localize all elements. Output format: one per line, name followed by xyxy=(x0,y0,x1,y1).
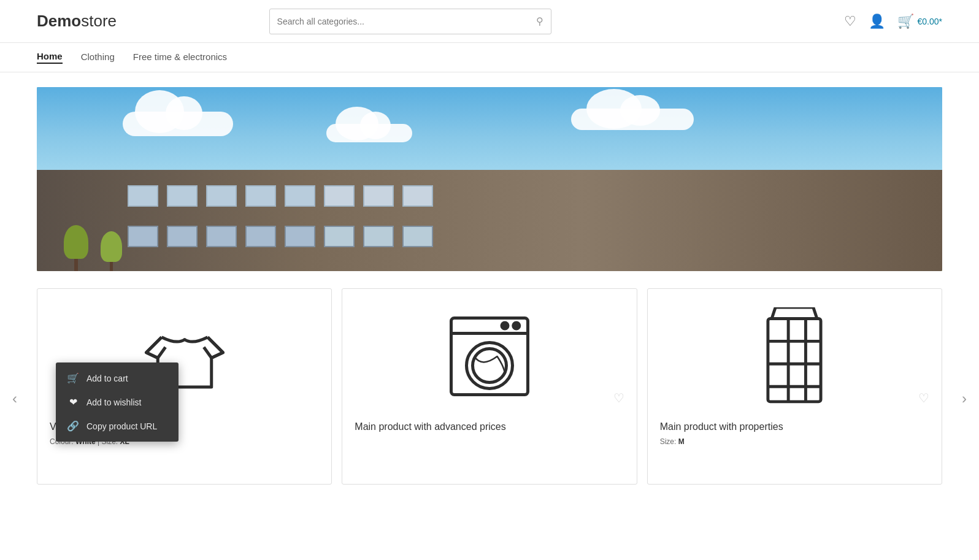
meta-value-size-3: M xyxy=(678,437,685,446)
context-menu-copy-url-label: Copy product URL xyxy=(86,421,157,431)
product-name-2: Main product with advanced prices xyxy=(355,421,624,432)
window xyxy=(128,226,158,247)
chocolate-icon xyxy=(754,307,834,405)
windows-row-2 xyxy=(128,226,433,247)
hero-building xyxy=(37,170,942,271)
link-menu-icon: 🔗 xyxy=(67,420,79,432)
window xyxy=(206,185,237,207)
nav-item-home[interactable]: Home xyxy=(37,51,63,64)
svg-rect-7 xyxy=(768,318,821,401)
cart-icon: 🛒 xyxy=(897,13,914,29)
window xyxy=(324,185,355,207)
window xyxy=(324,226,355,247)
wishlist-heart-2[interactable]: ♡ xyxy=(613,391,624,405)
nav-item-clothing[interactable]: Clothing xyxy=(81,52,115,63)
window xyxy=(167,185,198,207)
hero-clouds xyxy=(82,105,897,179)
context-menu-add-to-cart[interactable]: 🛒 Add to cart xyxy=(56,366,179,390)
window xyxy=(245,226,276,247)
svg-point-3 xyxy=(513,323,520,329)
tree xyxy=(64,225,88,271)
window xyxy=(285,185,315,207)
window xyxy=(402,226,433,247)
cart-area[interactable]: 🛒 €0.00* xyxy=(897,13,942,29)
product-image-3: ♡ xyxy=(660,301,929,412)
context-menu-add-to-cart-label: Add to cart xyxy=(86,374,128,383)
cart-price: €0.00* xyxy=(918,17,942,26)
heart-menu-icon: ❤ xyxy=(67,396,79,408)
product-card-1[interactable]: 🛒 Add to cart ❤ Add to wishlist 🔗 Copy p… xyxy=(37,288,332,485)
cloud-1 xyxy=(123,112,233,136)
cloud-3 xyxy=(571,109,694,130)
cart-menu-icon: 🛒 xyxy=(67,372,79,384)
product-meta-3: Size: M xyxy=(660,437,929,446)
product-image-2: ♡ xyxy=(355,301,624,412)
main-nav: Home Clothing Free time & electronics xyxy=(0,43,979,72)
search-icon[interactable]: ⚲ xyxy=(536,15,543,27)
context-menu-add-to-wishlist[interactable]: ❤ Add to wishlist xyxy=(56,390,179,414)
wishlist-heart-3[interactable]: ♡ xyxy=(918,391,929,405)
windows-row-1 xyxy=(128,185,433,207)
window xyxy=(402,185,433,207)
header: Demostore ⚲ ♡ 👤 🛒 €0.00* xyxy=(0,0,979,43)
product-card-3[interactable]: ♡ Main product with properties Size: M xyxy=(647,288,942,485)
logo-light: store xyxy=(81,12,117,30)
products-section: ‹ 🛒 Add to xyxy=(0,288,979,509)
window xyxy=(363,185,394,207)
svg-point-5 xyxy=(472,349,506,383)
trees xyxy=(64,225,122,271)
window xyxy=(167,226,198,247)
context-menu-wishlist-label: Add to wishlist xyxy=(86,397,141,407)
tree xyxy=(101,231,122,271)
search-input[interactable] xyxy=(277,17,536,26)
cloud-2 xyxy=(326,124,412,142)
context-menu: 🛒 Add to cart ❤ Add to wishlist 🔗 Copy p… xyxy=(56,362,179,442)
logo-bold: Demo xyxy=(37,12,81,30)
product-card-2[interactable]: ♡ Main product with advanced prices xyxy=(342,288,637,485)
header-icons: ♡ 👤 🛒 €0.00* xyxy=(844,13,942,29)
carousel-next-button[interactable]: › xyxy=(962,390,967,407)
meta-label-size-3: Size: xyxy=(660,437,678,446)
account-icon[interactable]: 👤 xyxy=(869,13,885,29)
svg-marker-6 xyxy=(772,307,817,318)
window xyxy=(363,226,394,247)
logo[interactable]: Demostore xyxy=(37,12,117,31)
window xyxy=(285,226,315,247)
carousel-prev-button[interactable]: ‹ xyxy=(12,390,17,407)
wishlist-icon[interactable]: ♡ xyxy=(844,13,856,29)
product-name-3: Main product with properties xyxy=(660,421,929,432)
svg-point-2 xyxy=(502,323,508,329)
search-bar: ⚲ xyxy=(269,9,551,34)
context-menu-copy-url[interactable]: 🔗 Copy product URL xyxy=(56,414,179,438)
window xyxy=(245,185,276,207)
window xyxy=(128,185,158,207)
hero-banner xyxy=(37,87,942,271)
nav-item-free-time[interactable]: Free time & electronics xyxy=(133,52,227,63)
washer-icon xyxy=(443,310,536,402)
window xyxy=(206,226,237,247)
products-grid: 🛒 Add to cart ❤ Add to wishlist 🔗 Copy p… xyxy=(37,288,942,485)
